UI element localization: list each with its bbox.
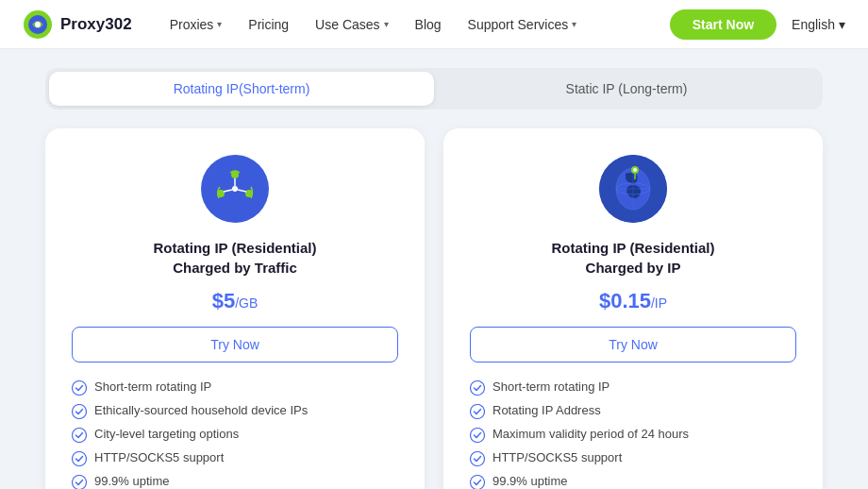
header-right: Start Now English ▾ [670, 9, 845, 40]
logo-icon [23, 9, 53, 40]
card-rotating-by-traffic: Rotating IP (Residential) Charged by Tra… [45, 128, 425, 489]
check-icon [470, 428, 485, 443]
svg-point-12 [73, 405, 87, 419]
chevron-down-icon: ▾ [384, 19, 389, 29]
check-icon [470, 380, 485, 396]
check-icon [72, 475, 87, 489]
try-now-button-2[interactable]: Try Now [470, 327, 796, 363]
cards-row: Rotating IP (Residential) Charged by Tra… [45, 128, 823, 489]
logo-text: Proxy302 [60, 15, 132, 34]
list-item: HTTP/SOCKS5 support [72, 450, 398, 466]
svg-point-2 [35, 22, 41, 27]
check-icon [72, 380, 87, 396]
list-item: 99.9% uptime [470, 474, 796, 489]
nav-item-support[interactable]: Support Services ▾ [468, 17, 577, 32]
svg-point-29 [471, 452, 485, 466]
list-item: City-level targeting options [72, 427, 398, 443]
check-icon [470, 475, 485, 489]
list-item: HTTP/SOCKS5 support [470, 450, 796, 466]
nav-item-use-cases[interactable]: Use Cases ▾ [315, 17, 388, 32]
chevron-down-icon: ▾ [572, 19, 576, 29]
check-icon [72, 451, 87, 466]
rotating-ip-icon [201, 155, 269, 223]
svg-point-13 [73, 429, 87, 443]
nav-item-proxies[interactable]: Proxies ▾ [170, 17, 223, 32]
main-content: Rotating IP(Short-term) Static IP (Long-… [0, 49, 868, 489]
card-rotating-by-ip: Rotating IP (Residential) Charged by IP … [443, 128, 823, 489]
svg-point-30 [471, 476, 485, 490]
check-icon [72, 404, 87, 419]
svg-point-15 [73, 476, 87, 490]
globe-icon [599, 155, 667, 223]
features-list-2: Short-term rotating IP Rotating IP Addre… [470, 379, 796, 489]
nav: Proxies ▾ Pricing Use Cases ▾ Blog Suppo… [170, 17, 670, 32]
svg-point-24 [633, 168, 637, 172]
start-now-button[interactable]: Start Now [670, 9, 776, 40]
card-icon-area-2 [470, 155, 796, 223]
svg-point-11 [73, 381, 87, 396]
svg-point-28 [471, 429, 485, 443]
list-item: 99.9% uptime [72, 474, 398, 489]
tab-rotating-ip[interactable]: Rotating IP(Short-term) [49, 72, 434, 106]
svg-point-14 [73, 452, 87, 466]
header: Proxy302 Proxies ▾ Pricing Use Cases ▾ B… [0, 0, 868, 49]
list-item: Maximum validity period of 24 hours [470, 427, 796, 443]
nav-item-pricing[interactable]: Pricing [248, 17, 289, 32]
list-item: Rotating IP Address [470, 403, 796, 419]
nav-item-blog[interactable]: Blog [415, 17, 442, 32]
check-icon [470, 404, 485, 419]
svg-point-7 [232, 186, 238, 192]
list-item: Short-term rotating IP [470, 379, 796, 396]
chevron-down-icon: ▾ [217, 19, 222, 29]
card-price-2: $0.15/IP [470, 289, 796, 313]
list-item: Ethically-sourced household device IPs [72, 403, 398, 419]
logo[interactable]: Proxy302 [23, 9, 132, 40]
svg-point-26 [471, 381, 485, 396]
tabs-container: Rotating IP(Short-term) Static IP (Long-… [45, 68, 823, 110]
features-list-1: Short-term rotating IP Ethically-sourced… [72, 379, 398, 489]
chevron-down-icon: ▾ [839, 17, 845, 32]
check-icon [470, 451, 485, 466]
card-title-1: Rotating IP (Residential) Charged by Tra… [72, 238, 398, 278]
card-icon-area-1 [72, 155, 398, 223]
try-now-button-1[interactable]: Try Now [72, 327, 398, 363]
card-price-1: $5/GB [72, 289, 398, 313]
check-icon [72, 428, 87, 443]
tab-static-ip[interactable]: Static IP (Long-term) [434, 72, 819, 106]
card-title-2: Rotating IP (Residential) Charged by IP [470, 238, 796, 278]
language-selector[interactable]: English ▾ [792, 17, 845, 32]
svg-point-27 [471, 405, 485, 419]
list-item: Short-term rotating IP [72, 379, 398, 396]
